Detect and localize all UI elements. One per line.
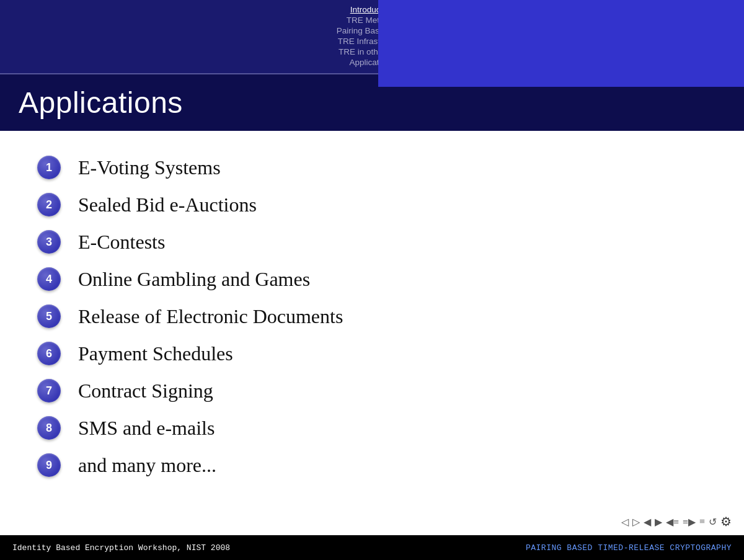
nav-controls: ◁ ▷ ◀ ▶ ◀≡ ≡▶ ≡ ↺ ⚙ bbox=[621, 514, 732, 529]
list-item: 2 Sealed Bid e-Auctions bbox=[37, 193, 707, 216]
prev-section-icon[interactable]: ◀ bbox=[644, 516, 651, 528]
bullet-4: 4 bbox=[37, 267, 61, 291]
list-item: 5 Release of Electronic Documents bbox=[37, 304, 707, 328]
prev-frame-icon[interactable]: ◁ bbox=[621, 516, 629, 528]
page-title: Applications bbox=[19, 86, 725, 120]
next-bookmark-icon[interactable]: ≡▶ bbox=[683, 516, 696, 528]
item-text-5: Release of Electronic Documents bbox=[78, 305, 343, 328]
bullet-3: 3 bbox=[37, 230, 61, 254]
list-item: 4 Online Gambling and Games bbox=[37, 267, 707, 291]
list-item: 7 Contract Signing bbox=[37, 379, 707, 402]
bullet-8: 8 bbox=[37, 416, 61, 440]
list-item: 6 Payment Schedules bbox=[37, 342, 707, 365]
search-icon[interactable]: ⚙ bbox=[720, 514, 732, 529]
menu-icon[interactable]: ≡ bbox=[699, 516, 705, 527]
bullet-1: 1 bbox=[37, 156, 61, 179]
next-frame-icon[interactable]: ▷ bbox=[632, 516, 640, 528]
footer-left: Identity Based Encryption Workshop, NIST… bbox=[12, 543, 230, 553]
bullet-6: 6 bbox=[37, 342, 61, 365]
prev-bookmark-icon[interactable]: ◀≡ bbox=[666, 516, 679, 528]
next-section-icon[interactable]: ▶ bbox=[655, 516, 662, 528]
bullet-2: 2 bbox=[37, 193, 61, 216]
back-icon[interactable]: ↺ bbox=[709, 516, 717, 528]
bullet-5: 5 bbox=[37, 304, 61, 328]
header-accent bbox=[378, 0, 744, 87]
bullet-7: 7 bbox=[37, 379, 61, 402]
item-text-6: Payment Schedules bbox=[78, 342, 233, 365]
item-text-9: and many more... bbox=[78, 454, 216, 477]
list-item: 1 E-Voting Systems bbox=[37, 156, 707, 179]
main-content: 1 E-Voting Systems 2 Sealed Bid e-Auctio… bbox=[0, 131, 744, 503]
item-text-3: E-Contests bbox=[78, 231, 165, 254]
bottom-bar: Identity Based Encryption Workshop, NIST… bbox=[0, 535, 744, 560]
item-text-8: SMS and e-mails bbox=[78, 417, 215, 440]
list-item: 9 and many more... bbox=[37, 453, 707, 477]
footer-right: PAIRING BASED TIMED-RELEASE CRYPTOGRAPHY bbox=[526, 543, 732, 553]
list-item: 8 SMS and e-mails bbox=[37, 416, 707, 440]
item-text-7: Contract Signing bbox=[78, 380, 213, 402]
item-text-4: Online Gambling and Games bbox=[78, 268, 310, 291]
list-item: 3 E-Contests bbox=[37, 230, 707, 254]
item-text-2: Sealed Bid e-Auctions bbox=[78, 193, 257, 216]
item-text-1: E-Voting Systems bbox=[78, 156, 221, 179]
bullet-9: 9 bbox=[37, 453, 61, 477]
